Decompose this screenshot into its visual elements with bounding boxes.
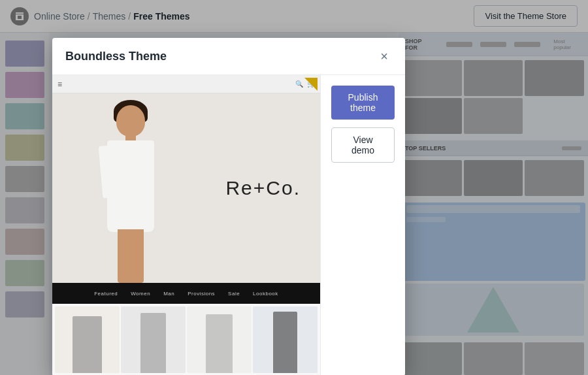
modal-header: Boundless Theme × — [52, 38, 405, 75]
modal-close-button[interactable]: × — [376, 48, 392, 64]
product-grid-row — [52, 304, 320, 375]
model-figure — [72, 100, 189, 283]
hero-section: Re+Co. — [52, 93, 320, 283]
modal-body: ≡ 🔍 🛒 — [52, 75, 405, 375]
mini-browser-toolbar: ≡ 🔍 🛒 — [52, 75, 320, 93]
mini-browser: ≡ 🔍 🛒 — [52, 75, 320, 375]
nav-featured[interactable]: Featured — [94, 291, 118, 297]
nav-sale[interactable]: Sale — [228, 291, 240, 297]
product-thumb-3[interactable] — [187, 306, 252, 373]
view-demo-button[interactable]: View demo — [331, 127, 395, 163]
theme-preview-area: ≡ 🔍 🛒 — [52, 75, 320, 375]
search-icon[interactable]: 🔍 — [295, 80, 303, 88]
modal-title: Boundless Theme — [65, 50, 167, 63]
publish-theme-button[interactable]: Publish theme — [331, 86, 395, 120]
nav-man[interactable]: Man — [163, 291, 174, 297]
nav-women[interactable]: Women — [131, 291, 150, 297]
product-thumb-2[interactable] — [121, 306, 186, 373]
nav-lookbook[interactable]: Lookbook — [253, 291, 278, 297]
hamburger-icon[interactable]: ≡ — [57, 80, 62, 89]
nav-provisions[interactable]: Provisions — [188, 291, 215, 297]
brand-text: Re+Co. — [225, 177, 301, 199]
action-panel: Publish theme View demo — [320, 75, 405, 375]
mini-nav-bar: Featured Women Man Provisions Sale Lookb… — [52, 283, 320, 304]
product-thumb-1[interactable] — [55, 306, 120, 373]
product-thumb-4[interactable] — [253, 306, 318, 373]
theme-modal: Boundless Theme × ≡ 🔍 🛒 — [52, 38, 405, 375]
